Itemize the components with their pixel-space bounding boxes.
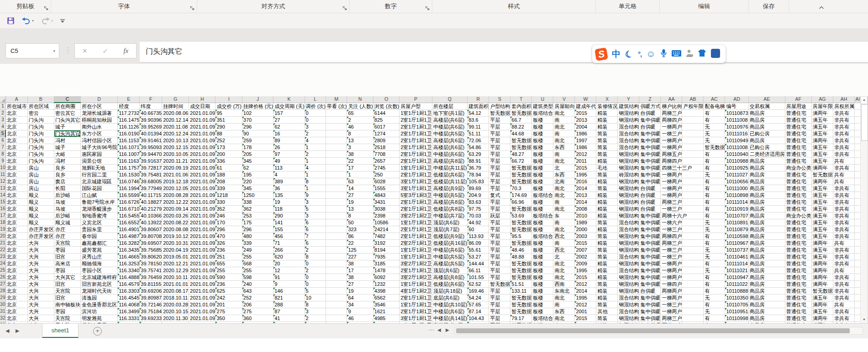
cell-Z18[interactable]: 集中供暖 [639, 219, 661, 226]
vertical-scrollbar[interactable]: ▲ ▼ [860, 96, 868, 323]
cell-K7[interactable]: 26 [274, 144, 305, 151]
cell-G31[interactable]: 2020.10.15 [162, 308, 189, 315]
cell-AD32[interactable]: 10110998 [725, 315, 748, 322]
cell-X22[interactable]: 简装 [596, 247, 618, 254]
cell-I21[interactable]: 326 [216, 240, 242, 247]
cell-R15[interactable]: 83.63 [468, 199, 489, 206]
cell-Q16[interactable]: 低楼层(共8层) [432, 206, 468, 212]
cell-AG8[interactable]: 满五年 [811, 151, 833, 158]
chinese-mode-icon[interactable]: 中 [612, 48, 621, 60]
cell-Z14[interactable]: 自供暖 [639, 192, 661, 199]
cell-F19[interactable]: 39.80607 [140, 226, 162, 233]
cell-W3[interactable]: 2013 [575, 117, 596, 124]
cell-M24[interactable] [326, 260, 347, 267]
cell-AG14[interactable]: 满五年 [811, 192, 833, 199]
cell-F16[interactable]: 40.21279 [140, 206, 162, 212]
cell-J25[interactable]: 255 [242, 267, 273, 274]
cell-F13[interactable]: 39.77949 [140, 185, 162, 192]
cell-B24[interactable]: 大兴 [27, 260, 54, 267]
cell-H4[interactable]: 2021.01.09 [189, 124, 216, 130]
cell-AD1[interactable]: 编号 [725, 103, 748, 110]
row-header-13[interactable]: 13 [0, 185, 5, 192]
cell-E18[interactable]: 116.6552 [118, 219, 140, 226]
cell-L7[interactable]: 1 [305, 144, 326, 151]
cell-G6[interactable]: 2020.10.13 [162, 137, 189, 144]
cell-F1[interactable]: 纬度 [140, 103, 162, 110]
cell-T17[interactable]: 53.69 [510, 212, 532, 219]
cell-G14[interactable]: 2020.08.28 [162, 192, 189, 199]
cell-P31[interactable]: 2室1厅1厨1卫 [400, 308, 432, 315]
cell-S8[interactable]: 平层 [489, 151, 510, 158]
cell-O21[interactable]: 3192 [373, 240, 399, 247]
cell-H18[interactable]: 2021.01.09 [189, 219, 216, 226]
cell-AE19[interactable]: 商品房 [748, 226, 785, 233]
cell-M16[interactable] [326, 206, 347, 212]
cell-B19[interactable]: 亦庄开发区 [27, 226, 54, 233]
row-header-4[interactable]: 4 [0, 124, 5, 130]
enter-button[interactable]: ✓ [102, 47, 108, 55]
cell-X2[interactable]: 精装 [596, 110, 618, 117]
cell-B28[interactable]: 大兴 [27, 288, 54, 295]
cell-E24[interactable]: 116.3253 [118, 260, 140, 267]
cell-T29[interactable]: 暂无数据 [510, 295, 532, 301]
cell-E28[interactable]: 116.3303 [118, 288, 140, 295]
cell-T15[interactable]: 66.96 [510, 199, 532, 206]
cell-AE28[interactable]: 商品房 [748, 288, 785, 295]
cell-AA10[interactable]: 四梯三十三户 [661, 165, 682, 171]
cell-V26[interactable]: 南北 [553, 274, 575, 281]
cell-O28[interactable]: 4398 [373, 288, 399, 295]
cell-L2[interactable]: 0 [305, 110, 326, 117]
skin-icon[interactable] [698, 49, 706, 59]
cell-Y26[interactable]: 钢混结构 [618, 274, 639, 281]
cell-V12[interactable]: 北南 [553, 178, 575, 185]
cell-N20[interactable]: 86 [347, 233, 373, 240]
col-header-AB[interactable]: AB [682, 96, 704, 103]
cell-L8[interactable]: 2 [305, 151, 326, 158]
cell-AG3[interactable]: 满五年 [811, 117, 833, 124]
cell-AD5[interactable]: 10111016 [725, 130, 748, 137]
cell-S1[interactable]: 户型结构 [489, 103, 510, 110]
cell-AF6[interactable]: 普通住宅 [785, 137, 811, 144]
cell-Z6[interactable]: 集中供暖 [639, 137, 661, 144]
cell-M7[interactable] [326, 144, 347, 151]
cell-W22[interactable]: 2007 [575, 247, 596, 254]
cell-AB28[interactable] [682, 288, 704, 295]
cell-V30[interactable]: 南 [553, 301, 575, 308]
cell-C17[interactable]: 后沙峪 [54, 212, 80, 219]
cell-AA16[interactable]: 一梯三户 [661, 206, 682, 212]
cell-P7[interactable]: 2室1厅1厨1卫 [400, 144, 432, 151]
cell-P32[interactable]: 3室1厅1厨1卫 [400, 315, 432, 322]
cell-Z27[interactable]: 集中供暖 [639, 281, 661, 288]
cell-A5[interactable]: 北京 [5, 130, 27, 137]
cell-J12[interactable]: 220 [242, 178, 273, 185]
cell-H20[interactable]: 2021.01.09 [189, 233, 216, 240]
col-header-J[interactable]: J [242, 96, 273, 103]
cell-O25[interactable]: 1478 [373, 267, 399, 274]
cell-I14[interactable]: 1218 [216, 192, 242, 199]
cell-AC23[interactable]: 无 [704, 254, 725, 260]
cell-R7[interactable]: 54.86 [468, 144, 489, 151]
cell-AG20[interactable]: 满五年 [811, 233, 833, 240]
sheet-tab-sheet1[interactable]: sheet1 [42, 324, 79, 338]
cell-Z19[interactable]: 集中供暖 [639, 226, 661, 233]
cell-F26[interactable]: 39.76459 [140, 274, 162, 281]
cell-M19[interactable] [326, 226, 347, 233]
cell-X13[interactable]: 简装 [596, 185, 618, 192]
cell-Q12[interactable]: 低楼层(共11层) [432, 178, 468, 185]
cell-E25[interactable]: 116.3340 [118, 267, 140, 274]
cell-H28[interactable]: 2021.01.09 [189, 288, 216, 295]
cell-T28[interactable]: 133.11 [510, 288, 532, 295]
cell-G28[interactable]: 2020.08.17 [162, 288, 189, 295]
cell-M18[interactable] [326, 219, 347, 226]
cell-I31[interactable]: 275 [216, 308, 242, 315]
cell-Z16[interactable]: 自供暖 [639, 206, 661, 212]
cell-AC7[interactable]: 暂无数据 [704, 144, 725, 151]
cell-AF16[interactable]: 普通住宅 [785, 206, 811, 212]
cell-AE27[interactable]: 商品房 [748, 281, 785, 288]
cell-AG15[interactable]: 满五年 [811, 199, 833, 206]
cell-C27[interactable]: 旧宫 [54, 281, 80, 288]
cell-B11[interactable]: 房山 [27, 171, 54, 178]
cell-J20[interactable]: 480 [242, 233, 273, 240]
cell-AA31[interactable]: 一梯两户 [661, 308, 682, 315]
cell-K20[interactable]: 456 [274, 233, 305, 240]
